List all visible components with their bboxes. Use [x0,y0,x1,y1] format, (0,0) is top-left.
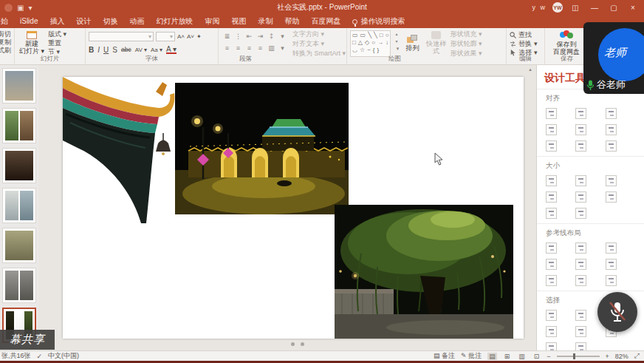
layout-button[interactable]: 版式 ▾ [48,30,66,38]
slide-thumbnail-2[interactable] [2,108,36,143]
zoom-slider[interactable] [557,356,600,357]
photo-willow-tree-night[interactable] [335,205,513,339]
canvas-scrollbar[interactable]: ▴ [526,67,535,350]
numbering-icon[interactable]: ⋮ [235,33,242,40]
format-painter-button[interactable]: 格式刷 [3,47,11,55]
zoom-level[interactable]: 82% [615,353,628,360]
ribbon-options-icon[interactable]: ◫ [569,4,582,12]
font-size-combobox[interactable]: ▾ [156,32,175,41]
fit-to-window-icon[interactable]: ⤢ [634,352,640,360]
quick-styles-button[interactable]: 快速样式 [425,30,447,55]
tab-10[interactable]: 帮助 [278,15,305,28]
mute-microphone-button[interactable] [597,292,637,332]
sidebar-tool-icon[interactable] [546,310,557,321]
zoom-out-button[interactable]: − [547,353,550,360]
maximize-button[interactable]: ▢ [607,4,620,12]
find-button[interactable]: 查找 [510,30,538,39]
shape-icon[interactable]: □ [380,32,383,39]
gallery-scroll[interactable]: ▴ ▾ ▼ [394,30,400,57]
zoom-in-button[interactable]: + [606,353,609,360]
clear-formatting-icon[interactable]: ✦ [196,33,202,40]
shape-icon[interactable]: ~ [367,47,371,54]
sidebar-tool-icon[interactable] [575,124,586,135]
shape-icon[interactable]: ▭ [352,32,358,39]
comments-button[interactable]: ✎ 批注 [461,351,482,361]
tab-6[interactable]: 幻灯片放映 [150,15,199,28]
sidebar-tool-icon[interactable] [575,140,586,152]
sidebar-tool-icon[interactable] [546,175,557,186]
webcam-overlay[interactable]: 老师 谷老师 [583,22,644,94]
italic-button[interactable]: I [97,46,100,54]
sidebar-tool-icon[interactable] [575,108,586,119]
save-to-baidu-button[interactable]: 保存到 百度网盘 [548,30,585,55]
slideshow-button[interactable]: ⊡ [532,353,541,360]
shape-icon[interactable]: ▭ [360,32,366,39]
cut-button[interactable]: 剪切 [3,30,11,38]
shadow-button[interactable]: S [112,46,117,54]
shape-icon[interactable]: { [373,47,375,54]
sidebar-tool-icon[interactable] [546,191,557,203]
slide-thumbnail-5[interactable] [2,228,36,263]
bullets-icon[interactable]: ≣ [225,33,230,40]
gallery-more-icon[interactable]: ▼ [395,45,400,52]
bold-button[interactable]: B [89,46,94,54]
tab-2[interactable]: 插入 [44,15,70,28]
shape-icon[interactable]: ╲ [374,32,377,39]
sidebar-tool-icon[interactable] [546,275,557,286]
shape-icon[interactable]: } [377,47,380,54]
spellcheck-icon[interactable]: ✓ [37,353,43,360]
increase-font-icon[interactable]: A˄ [177,33,185,40]
shape-icon[interactable]: ○ [386,32,389,39]
sidebar-tool-icon[interactable] [606,259,617,270]
tab-5[interactable]: 动画 [123,15,150,28]
slide-thumbnail-4[interactable] [2,188,36,223]
sidebar-tool-icon[interactable] [546,259,557,270]
shapes-gallery[interactable]: ▭▭╲╲□○ □△◇○→↓ ◡☆~{} [350,30,391,57]
tell-me-search[interactable]: 操作说明搜索 [346,16,411,27]
tab-1[interactable]: iSlide [14,15,44,28]
tab-3[interactable]: 设计 [70,15,97,28]
photo-roof-eave[interactable] [63,77,175,229]
sidebar-tool-icon[interactable] [606,175,617,186]
sidebar-tool-icon[interactable] [546,242,557,254]
sidebar-tool-icon[interactable] [575,242,586,254]
copy-button[interactable]: 复制 [3,38,11,47]
tab-4[interactable]: 切换 [97,15,123,28]
sidebar-tool-icon[interactable] [546,326,557,337]
slide-thumbnail-3[interactable] [2,148,36,183]
shape-outline-button[interactable]: 形状轮廓 ▾ [450,39,482,48]
sidebar-tool-icon[interactable] [606,242,617,254]
tab-9[interactable]: 录制 [252,15,278,28]
close-button[interactable]: × [626,4,640,12]
sidebar-tool-icon[interactable] [575,208,586,219]
shape-icon[interactable]: ○ [371,39,375,47]
align-text-button[interactable]: 对齐文本 ▾ [292,39,346,48]
qat-more-icon[interactable]: ▾ [28,4,32,12]
sidebar-tool-icon[interactable] [546,342,557,350]
increase-indent-icon[interactable]: ⇥ [258,33,264,40]
sidebar-tool-icon[interactable] [606,275,617,286]
sidebar-tool-icon[interactable] [575,342,586,350]
sidebar-tool-icon[interactable] [546,140,557,152]
align-center-icon[interactable]: ≡ [236,44,240,52]
sidebar-tool-icon[interactable] [606,140,617,152]
arrange-button[interactable]: 排列 [402,30,422,55]
notes-button[interactable]: ▤ 备注 [434,351,455,361]
view-sorter-button[interactable]: ⊞ [503,353,512,360]
shape-icon[interactable]: ↓ [386,39,388,47]
shape-icon[interactable]: ◡ [352,47,357,54]
sidebar-tool-icon[interactable] [546,108,557,119]
tab-7[interactable]: 审阅 [199,15,225,28]
sidebar-tool-icon[interactable] [575,326,586,337]
columns-icon[interactable]: ▥ [268,44,275,52]
tab-8[interactable]: 视图 [225,15,252,28]
sidebar-tool-icon[interactable] [575,275,586,286]
decrease-indent-icon[interactable]: ⇤ [247,33,253,40]
char-spacing-button[interactable]: AV ▾ [135,47,147,53]
scroll-up-icon[interactable]: ▴ [526,67,535,72]
shape-icon[interactable]: △ [358,39,363,47]
sidebar-tool-icon[interactable] [575,175,586,186]
sidebar-tool-icon[interactable] [546,208,557,219]
decrease-font-icon[interactable]: A˅ [187,33,194,40]
sidebar-tool-icon[interactable] [606,108,617,119]
